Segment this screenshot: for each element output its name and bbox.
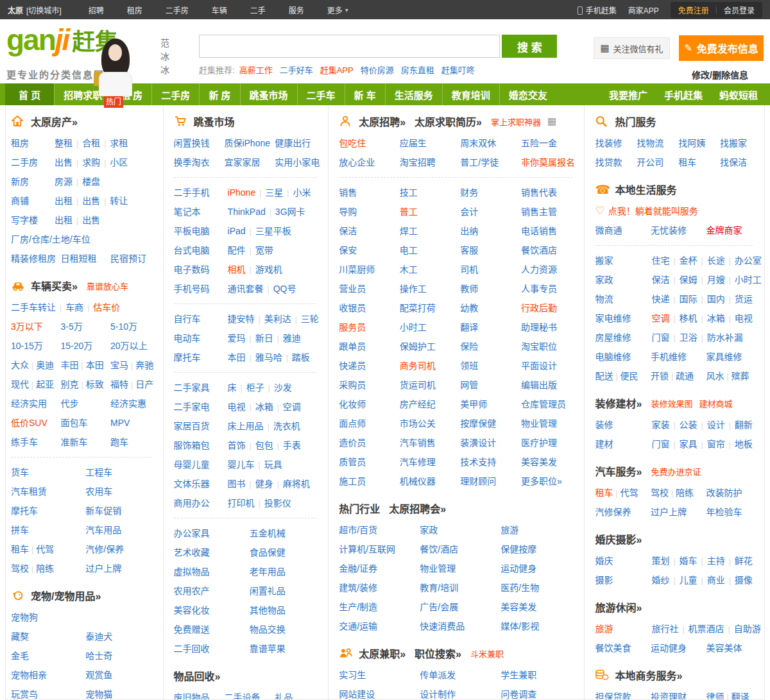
- category-link[interactable]: 低价SUV: [11, 418, 47, 428]
- category-link[interactable]: 本田: [86, 360, 104, 370]
- category-link[interactable]: 市场公关: [400, 418, 436, 429]
- category-link[interactable]: MPV: [110, 418, 130, 428]
- section-title-link[interactable]: 旅游休闲»: [595, 599, 642, 615]
- category-label-link[interactable]: 新房: [11, 172, 55, 191]
- category-link[interactable]: 医药/生物: [501, 583, 539, 593]
- more-menu[interactable]: 更多▾: [327, 4, 348, 15]
- merchant-app-link[interactable]: 商家APP: [628, 4, 659, 15]
- category-link[interactable]: 仓库管理员: [521, 399, 566, 409]
- category-link[interactable]: 建筑/装修: [339, 583, 377, 593]
- section-title-link[interactable]: 太原房产»: [31, 114, 78, 129]
- category-link[interactable]: 通讯套餐: [228, 284, 264, 294]
- category-link[interactable]: 快递: [651, 294, 669, 304]
- switch-city-link[interactable]: [切换城市]: [26, 4, 62, 15]
- section-title-link[interactable]: 太原求职简历»: [415, 114, 482, 129]
- category-link[interactable]: 质保iPhone: [224, 138, 270, 148]
- category-link[interactable]: 质管员: [339, 457, 366, 467]
- category-link[interactable]: 美利达: [264, 314, 291, 324]
- mobile-ganji-link[interactable]: 手机赶集: [578, 4, 617, 15]
- category-link[interactable]: 经济实用: [11, 398, 47, 409]
- category-link[interactable]: 练手车: [11, 437, 38, 447]
- category-link[interactable]: 领班: [460, 361, 478, 371]
- category-link[interactable]: 商业: [707, 575, 725, 585]
- category-link[interactable]: 学生兼职: [501, 670, 536, 680]
- category-label-link[interactable]: 二手家具: [174, 378, 228, 397]
- category-link[interactable]: 20万以上: [110, 341, 148, 351]
- category-link[interactable]: 五险一金: [521, 138, 557, 148]
- category-link[interactable]: 租车: [678, 157, 696, 167]
- category-link[interactable]: 收银员: [339, 303, 366, 313]
- category-link[interactable]: 冰箱: [707, 313, 725, 323]
- category-link[interactable]: 福特: [110, 379, 128, 389]
- category-link[interactable]: 窗帘: [707, 439, 725, 449]
- section-title-link[interactable]: 热门服务: [615, 114, 656, 129]
- category-link[interactable]: 技术支持: [460, 457, 496, 467]
- category-link[interactable]: 代驾: [36, 544, 54, 554]
- register-link[interactable]: 免费注册: [678, 4, 709, 15]
- category-link[interactable]: 美甲师: [460, 399, 487, 409]
- category-link[interactable]: 闲置礼品: [250, 586, 286, 596]
- category-link[interactable]: 包包: [255, 440, 273, 450]
- category-link[interactable]: 宽带: [255, 245, 273, 255]
- category-link[interactable]: 运动健身: [501, 563, 536, 574]
- nav-item[interactable]: 婚恋交友: [499, 83, 556, 105]
- category-link[interactable]: 计算机/互联网: [339, 544, 395, 554]
- category-link[interactable]: 设计: [707, 420, 725, 430]
- category-link[interactable]: 洗衣机: [273, 421, 300, 431]
- topbar-link[interactable]: 租房: [127, 6, 142, 15]
- category-link[interactable]: 翻新: [735, 420, 753, 430]
- section-title-link[interactable]: 职位搜索»: [415, 645, 461, 661]
- category-link[interactable]: 5-10万: [110, 321, 137, 332]
- category-link[interactable]: 风水: [706, 371, 724, 381]
- category-link[interactable]: 日租短租: [61, 253, 97, 264]
- category-label-link[interactable]: 房屋维修: [595, 328, 651, 347]
- category-link[interactable]: 精装修租房: [11, 253, 56, 264]
- category-link[interactable]: 小时工: [735, 275, 762, 285]
- category-link[interactable]: 楼盘: [82, 176, 100, 187]
- category-link[interactable]: 传单派发: [420, 670, 456, 680]
- category-link[interactable]: 儿童: [680, 575, 697, 585]
- category-link[interactable]: 换季淘衣: [174, 157, 210, 167]
- category-link[interactable]: 沙发: [274, 382, 292, 393]
- category-link[interactable]: 人力资源: [521, 264, 557, 275]
- category-link[interactable]: 网管: [460, 380, 478, 390]
- category-link[interactable]: 三星: [265, 187, 283, 198]
- category-link[interactable]: 电视: [735, 313, 753, 323]
- nav-item[interactable]: 二手车: [297, 83, 345, 105]
- category-link[interactable]: QQ号: [273, 284, 296, 294]
- section-title-link[interactable]: 装修建材»: [595, 395, 642, 411]
- category-link[interactable]: 焊工: [400, 226, 418, 236]
- category-link[interactable]: 雅马哈: [255, 352, 282, 363]
- category-link[interactable]: 策划: [651, 556, 669, 566]
- category-link[interactable]: 周末双休: [460, 138, 496, 148]
- category-link[interactable]: 餐饮酒店: [521, 245, 557, 255]
- category-link[interactable]: 柜子: [246, 382, 264, 393]
- category-link[interactable]: 找物流: [637, 138, 663, 148]
- category-link[interactable]: 虚拟物品: [174, 567, 210, 577]
- category-link[interactable]: 废旧物品: [174, 692, 210, 699]
- category-link[interactable]: 货运司机: [400, 380, 436, 390]
- category-link[interactable]: 防水补漏: [707, 332, 743, 343]
- category-link[interactable]: 美容美发: [501, 602, 536, 612]
- category-link[interactable]: 投影仪: [264, 498, 291, 508]
- category-link[interactable]: 家具维修: [706, 352, 742, 362]
- topbar-link[interactable]: 二手房: [166, 6, 189, 15]
- category-link[interactable]: 15-20万: [61, 341, 93, 351]
- category-link[interactable]: 配送: [595, 371, 613, 381]
- topbar-link[interactable]: 招聘: [89, 6, 104, 15]
- category-link[interactable]: 转让: [110, 196, 128, 206]
- category-link[interactable]: 移机: [680, 313, 697, 323]
- category-link[interactable]: 汽车用品: [85, 525, 121, 535]
- category-link[interactable]: 出租: [55, 196, 73, 206]
- category-link[interactable]: 司机: [460, 264, 478, 275]
- category-link[interactable]: 实用小家电: [275, 157, 320, 167]
- category-link[interactable]: 微商通: [595, 225, 622, 235]
- category-link[interactable]: 游戏机: [255, 264, 282, 275]
- category-link[interactable]: 代步: [61, 398, 79, 409]
- topbar-link[interactable]: 二手: [250, 6, 266, 15]
- category-link[interactable]: 装潢设计: [460, 438, 496, 448]
- category-link[interactable]: 无忧装修: [651, 225, 687, 235]
- category-link[interactable]: 销售: [339, 187, 357, 198]
- category-link[interactable]: 交通/运输: [339, 621, 377, 631]
- category-link[interactable]: 工程车: [85, 467, 112, 477]
